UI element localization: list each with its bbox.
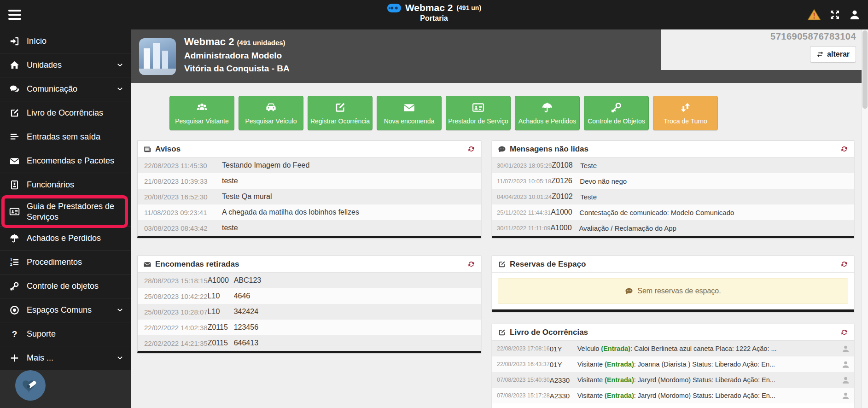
svg-text:2: 2 (10, 262, 12, 267)
change-condo-button[interactable]: alterar (810, 46, 856, 63)
row-text: Visitante (Entrada): Joanna (Diarista ) … (577, 361, 839, 368)
aviso-row: 03/08/2023 08:43:42teste (138, 220, 481, 236)
row-date: 22/08/2023 11:45:30 (138, 162, 222, 169)
action-button-troca-de-turno[interactable]: Troca de Turno (653, 96, 718, 130)
row-unit: Z0115 (208, 323, 234, 332)
sidebar-item-espacos-comuns[interactable]: Espaços Comuns (0, 298, 131, 322)
card-reservas-header: Reservas de Espaço (492, 256, 854, 273)
empty-reservas-message: Sem reservas de espaço. (637, 287, 721, 295)
row-text: Devo não nego (580, 177, 627, 185)
user-icon[interactable] (849, 9, 861, 21)
card-title: Mensagens não lidas (510, 145, 588, 154)
sidebar-item-label: Controle de objetos (27, 277, 99, 296)
question-icon: ? (9, 329, 20, 339)
row-text: Teste (580, 193, 597, 201)
key-icon (610, 101, 623, 114)
action-button-nova-encomenda[interactable]: Nova encomenda (377, 96, 442, 130)
action-button-controle-de-objetos[interactable]: Controle de Objetos (584, 96, 649, 130)
sidebar-item-procedimentos[interactable]: 12Procedimentos (0, 251, 131, 274)
person-icon[interactable] (841, 391, 850, 400)
refresh-icon[interactable] (840, 260, 848, 268)
person-icon[interactable] (841, 344, 850, 353)
id-card-icon (9, 206, 20, 217)
action-button-pesquisar-vistante[interactable]: Pesquisar Vistante (169, 96, 234, 130)
sidebar-item-funcionarios[interactable]: Funcionários (0, 173, 131, 197)
envelope-icon (403, 101, 415, 114)
card-livro: Livro de Ocorrências 22/08/2023 17:08:16… (492, 324, 854, 408)
sidebar-item-guia-de-prestadores-de-servicos[interactable]: Guia de Prestadores de Serviços (0, 197, 131, 227)
vertical-scrollbar[interactable] (862, 29, 868, 408)
users-icon (196, 101, 208, 114)
row-date: 30/11/2022 11:11:09 (492, 225, 550, 232)
empty-reservas-alert: Sem reservas de espaço. (498, 278, 848, 304)
scrollbar-thumb[interactable] (862, 30, 868, 109)
row-date: 04/04/2023 10:01:24 (492, 193, 552, 200)
mensagem-row: 04/04/2023 10:01:24Z0102Teste (492, 189, 854, 204)
app-subtitle: Portaria (0, 14, 868, 23)
topbar-title-block: Webmac 2 (491 un) Portaria (0, 2, 868, 23)
condo-name: Webmac 2 (184, 36, 234, 47)
action-button-label: Pesquisar Vistante (175, 117, 228, 125)
sidebar-item-unidades[interactable]: Unidades (0, 53, 131, 77)
app-logo-icon (387, 3, 402, 13)
sidebar-item-label: Início (27, 32, 47, 51)
condo-header-text: Webmac 2 (491 unidades) Administradora M… (184, 36, 290, 74)
sidebar-item-label: Comunicação (27, 80, 77, 99)
person-icon[interactable] (841, 376, 850, 385)
sidebar-item-mais[interactable]: Mais ... (0, 346, 131, 370)
exchange-icon (679, 101, 692, 114)
entry-tag: (Entrada) (601, 345, 630, 352)
plus-icon (9, 353, 20, 363)
refresh-icon[interactable] (840, 328, 848, 336)
fullscreen-icon[interactable] (829, 9, 840, 20)
row-unit: A1000 (208, 276, 234, 285)
action-button-label: Prestador de Serviço (448, 117, 508, 125)
entry-tag: (Entrada) (605, 376, 634, 384)
row-code: 646413 (234, 339, 258, 347)
sidebar-item-suporte[interactable]: ?Suporte (0, 322, 131, 346)
topbar: Webmac 2 (491 un) Portaria (0, 0, 868, 29)
sidebar-item-encomendas-e-pacotes[interactable]: Encomendas e Pacotes (0, 149, 131, 173)
sidebar-item-label: Achados e Perdidos (27, 229, 101, 248)
warning-icon[interactable] (807, 8, 821, 22)
row-text: teste (222, 224, 238, 232)
person-icon[interactable] (841, 360, 850, 369)
refresh-icon[interactable] (840, 145, 848, 153)
row-code: 4646 (234, 292, 250, 300)
row-unit: A1000 (551, 208, 579, 216)
row-date: 22/02/2022 14:21:35 (138, 339, 208, 347)
row-text: Visitante (Entrada): Jaryrd (Mordomo) St… (577, 376, 839, 384)
envelope-icon (143, 260, 151, 268)
refresh-icon[interactable] (467, 145, 475, 153)
card-encomendas-header: Encomendas retiradas (138, 256, 481, 273)
row-date: 25/11/2022 11:44:31 (492, 209, 551, 216)
row-date: 11/07/2023 10:05:18 (492, 178, 551, 185)
row-unit: Z0115 (208, 339, 234, 347)
action-button-pesquisar-veiculo[interactable]: Pesquisar Veículo (239, 96, 303, 130)
sidebar-item-label: Funcionários (27, 175, 74, 194)
sidebar-item-label: Espaços Comuns (27, 301, 92, 320)
sidebar-item-entradas-sem-saida[interactable]: Entradas sem saída (0, 125, 131, 149)
row-text: Contestação de comunicado: Modelo Comuni… (579, 209, 734, 216)
support-fab[interactable] (15, 370, 46, 401)
row-unit: Z0102 (552, 192, 580, 201)
sidebar-item-livro-de-ocorrencias[interactable]: Livro de Ocorrências (0, 101, 131, 125)
sidebar-item-inicio[interactable]: Início (0, 29, 131, 53)
row-unit: 01Y (550, 345, 577, 353)
app-title: Webmac 2 (405, 2, 453, 13)
mensagem-row: 30/11/2022 11:11:09A1000Avaliação / Recl… (492, 220, 854, 236)
dot-circle-icon (9, 305, 20, 315)
sidebar-item-achados-e-perdidos[interactable]: Achados e Perdidos (0, 227, 131, 251)
action-button-registrar-ocorrencia[interactable]: Registrar Ocorrência (308, 96, 373, 130)
home-icon (9, 60, 20, 70)
ocorrencia-row: 07/08/2023 15:17:28A2330Visitante (Entra… (492, 388, 854, 403)
sidebar-item-controle-de-objetos[interactable]: Controle de objetos (0, 274, 131, 298)
chevron-down-icon (117, 86, 123, 93)
action-button-achados-e-perdidos[interactable]: Achados e Perdidos (515, 96, 580, 130)
sidebar-item-comunicacao[interactable]: Comunicação (0, 77, 131, 101)
action-button-prestador-de-servico[interactable]: Prestador de Serviço (446, 96, 511, 130)
refresh-icon[interactable] (467, 260, 475, 268)
umbrella-icon (9, 233, 20, 244)
pen-square-icon (498, 328, 506, 337)
avisos-list: 22/08/2023 11:45:30Testando Imagem do Fe… (138, 157, 481, 236)
